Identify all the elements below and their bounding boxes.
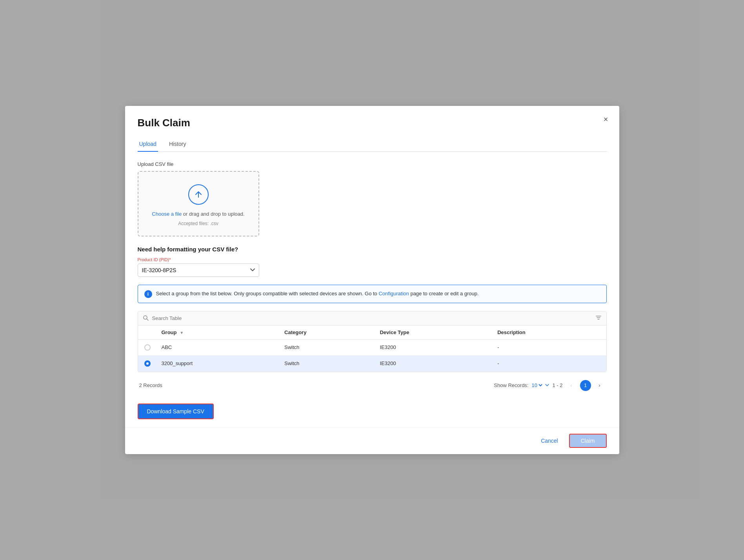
tabs-container: Upload History [138,137,607,152]
help-heading: Need help formatting your CSV file? [138,246,607,253]
records-count: 2 Records [139,382,162,388]
accepted-files-label: Accepted files: .csv [178,221,218,226]
table-row[interactable]: ABC Switch IE3200 - [138,339,606,355]
groups-table-wrapper: Group ▼ Category Device Type Description [138,311,607,372]
cancel-button[interactable]: Cancel [535,435,564,447]
close-button[interactable]: × [604,115,608,123]
row-description-1: - [493,339,606,355]
claim-button[interactable]: Claim [569,434,607,448]
tab-history[interactable]: History [167,137,188,152]
info-text: Select a group from the list below. Only… [156,290,479,298]
upload-dropzone[interactable]: Choose a file or drag and drop to upload… [138,171,259,236]
download-sample-csv-button[interactable]: Download Sample CSV [138,404,214,419]
bulk-claim-modal: Bulk Claim × Upload History Upload CSV f… [125,106,619,454]
current-page-button[interactable]: 1 [580,380,591,391]
tab-upload[interactable]: Upload [138,137,158,152]
row-device-type-2: IE3200 [375,355,493,371]
pid-select-wrapper: IE-3200-8P2S [138,264,259,277]
records-per-page-select[interactable]: 10 [530,382,544,389]
sort-icon: ▼ [180,331,184,335]
row-group-2: 3200_support [157,355,280,371]
modal-title: Bulk Claim [138,117,607,129]
modal-footer: Cancel Claim [125,427,619,454]
modal-overlay: Bulk Claim × Upload History Upload CSV f… [0,0,744,560]
table-search-input[interactable] [152,315,592,321]
page-range: 1 - 2 [552,382,562,388]
col-select [138,325,157,340]
download-section: Download Sample CSV [138,400,607,421]
modal-body: Upload CSV file Choose a file or drag an… [125,152,619,427]
col-group[interactable]: Group ▼ [157,325,280,340]
col-description: Description [493,325,606,340]
table-footer: 2 Records Show Records: 10 1 - 2 [138,376,607,393]
row-radio-2[interactable] [144,360,151,367]
col-category: Category [280,325,375,340]
pagination: Show Records: 10 1 - 2 ‹ 1 › [494,380,605,391]
pid-select[interactable]: IE-3200-8P2S [138,264,259,277]
upload-section-label: Upload CSV file [138,161,607,167]
configuration-link[interactable]: Configuration [378,291,409,296]
modal-header: Bulk Claim × Upload History [125,106,619,152]
table-search-row [138,311,606,325]
filter-icon[interactable] [595,315,602,322]
row-device-type-1: IE3200 [375,339,493,355]
upload-instructions: Choose a file or drag and drop to upload… [152,210,244,218]
chevron-down-icon [545,382,549,388]
col-device-type: Device Type [375,325,493,340]
choose-file-link[interactable]: Choose a file [152,211,182,217]
prev-page-button[interactable]: ‹ [566,380,577,391]
next-page-button[interactable]: › [594,380,605,391]
row-radio-1[interactable] [144,344,151,351]
info-icon: i [144,290,152,298]
row-description-2: - [493,355,606,371]
pid-field-label: Product ID (PID)* [138,257,607,262]
show-records: Show Records: 10 [494,382,549,389]
info-banner: i Select a group from the list below. On… [138,285,607,303]
row-group-1: ABC [157,339,280,355]
table-row[interactable]: 3200_support Switch IE3200 - [138,355,606,371]
search-icon [143,315,149,321]
groups-table: Group ▼ Category Device Type Description [138,325,606,372]
svg-line-1 [147,319,148,320]
upload-icon [188,184,209,205]
row-category-1: Switch [280,339,375,355]
row-category-2: Switch [280,355,375,371]
